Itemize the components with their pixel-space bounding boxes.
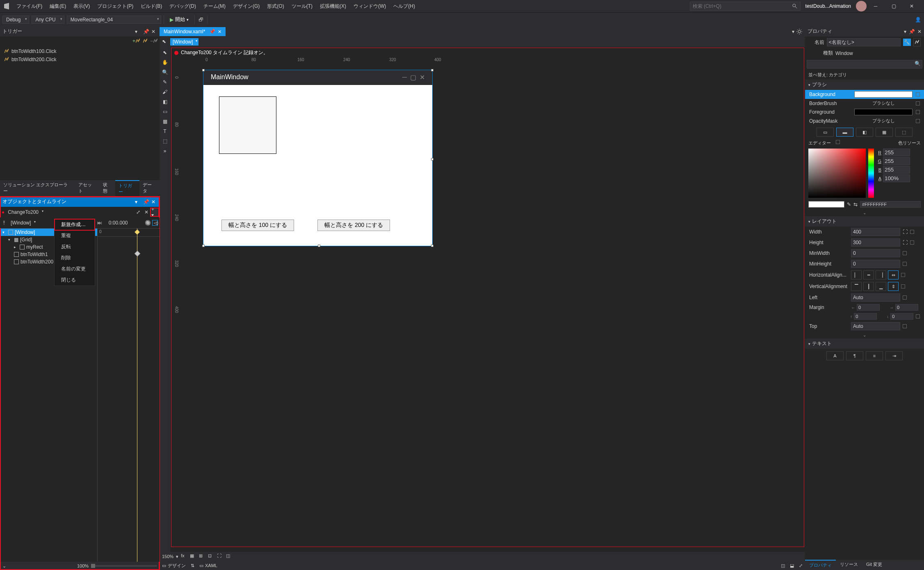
- menu-help[interactable]: ヘルプ(H): [390, 1, 418, 11]
- chevron-down-icon[interactable]: ▾: [904, 29, 906, 34]
- brush-solid-icon[interactable]: ▬: [836, 128, 853, 137]
- menu-window[interactable]: ウィンドウ(W): [350, 1, 389, 11]
- fx-icon[interactable]: fx: [181, 553, 187, 560]
- auto-icon[interactable]: ⛶: [903, 240, 908, 245]
- valign-bottom-icon[interactable]: ▁: [876, 282, 886, 291]
- brush-gradient-icon[interactable]: ◧: [856, 128, 873, 137]
- config-dropdown[interactable]: Debug: [2, 16, 29, 24]
- timeline-track-area[interactable]: 0 1: [98, 229, 160, 562]
- button-width-100[interactable]: 幅と高さを 100 にする: [221, 220, 294, 231]
- goto-last-icon[interactable]: ⏭: [97, 220, 103, 226]
- resize-handle[interactable]: [431, 158, 433, 160]
- keyframe-marker[interactable]: [135, 251, 140, 256]
- property-marker[interactable]: [910, 240, 914, 245]
- color-satval-picker[interactable]: [808, 149, 866, 198]
- window-minimize[interactable]: ─: [867, 0, 885, 12]
- pointer-tool-icon[interactable]: ⬉: [161, 48, 169, 57]
- r-input[interactable]: [883, 149, 910, 156]
- pin-icon[interactable]: 📌: [143, 199, 149, 205]
- tab-data[interactable]: データ: [139, 180, 160, 197]
- expand-more-icon[interactable]: ⌄: [805, 209, 924, 216]
- resize-handle[interactable]: [202, 245, 205, 247]
- split-h-icon[interactable]: ◫: [781, 563, 785, 568]
- menu-project[interactable]: プロジェクト(P): [94, 1, 137, 11]
- brush-foreground[interactable]: Foreground: [805, 108, 924, 117]
- chevron-down-icon[interactable]: ▾: [135, 29, 141, 34]
- close-storyboard-icon[interactable]: ✕: [143, 209, 150, 215]
- color-hue-slider[interactable]: [868, 149, 874, 198]
- zoom-value[interactable]: 150%: [162, 554, 173, 559]
- add-event-trigger-icon[interactable]: +🗲: [132, 38, 140, 44]
- brush-background[interactable]: Background: [805, 90, 924, 99]
- scope-up-icon[interactable]: ⭱: [2, 220, 7, 226]
- property-marker[interactable]: [916, 314, 920, 318]
- a-input[interactable]: [883, 174, 910, 182]
- menu-debug[interactable]: デバッグ(D): [166, 1, 199, 11]
- tab-triggers[interactable]: トリガー: [115, 180, 140, 197]
- button-width-200[interactable]: 幅と高さを 200 にする: [317, 220, 390, 231]
- lightning-icon[interactable]: 🗲: [913, 38, 921, 46]
- property-search-input[interactable]: [807, 60, 922, 69]
- text-tool-icon[interactable]: T: [161, 127, 169, 135]
- window-close[interactable]: ✕: [903, 0, 921, 12]
- context-rename[interactable]: 名前の変更: [55, 263, 95, 275]
- close-icon[interactable]: ✕: [218, 29, 221, 34]
- pin-icon[interactable]: 📌: [909, 29, 915, 34]
- doc-tab-mainwindow[interactable]: MainWindow.xaml* 📌 ✕: [160, 27, 226, 36]
- add-property-trigger-icon[interactable]: 🗲: [143, 38, 148, 44]
- collapse-icon[interactable]: ⌄: [2, 563, 6, 569]
- zoom-tool-icon[interactable]: 🔍: [161, 68, 169, 76]
- tab-design[interactable]: ▭デザイン: [162, 563, 186, 569]
- category-brush-header[interactable]: ▾ブラシ: [805, 80, 924, 90]
- margin-right-input[interactable]: [895, 304, 918, 311]
- resize-handle[interactable]: [431, 245, 433, 247]
- h-scrollbar[interactable]: [235, 554, 803, 559]
- pin-icon[interactable]: 📌: [209, 29, 215, 34]
- property-marker[interactable]: [916, 110, 920, 114]
- eyedropper-icon[interactable]: ✎: [161, 78, 169, 86]
- window-maximize[interactable]: ▢: [885, 0, 903, 12]
- property-marker[interactable]: [901, 273, 905, 277]
- platform-dropdown[interactable]: Any CPU: [32, 16, 64, 24]
- wrench-icon[interactable]: 🔧: [903, 39, 911, 46]
- tab-resources[interactable]: リソース: [836, 560, 862, 570]
- playhead[interactable]: [137, 229, 137, 562]
- left-input[interactable]: [851, 293, 900, 302]
- window-preview[interactable]: MainWindow ─▢✕ 幅と高さを 100 にする 幅と高さを 200 に…: [203, 70, 433, 246]
- live-share-icon[interactable]: 👤: [914, 16, 922, 23]
- new-storyboard-button[interactable]: + ▾: [151, 209, 158, 215]
- layout-tool-icon[interactable]: ▦: [161, 117, 169, 126]
- valign-center-icon[interactable]: ┃: [863, 282, 874, 291]
- property-marker[interactable]: [903, 251, 907, 255]
- grid-icon[interactable]: ▦: [190, 553, 196, 560]
- close-icon[interactable]: ✕: [917, 29, 922, 34]
- split-v-icon[interactable]: ⬓: [790, 563, 794, 568]
- brush-tile-icon[interactable]: ▦: [876, 128, 893, 137]
- tab-xaml[interactable]: ▭XAML: [199, 563, 217, 568]
- height-input[interactable]: [851, 238, 900, 247]
- brush-opacitymask[interactable]: OpacityMask ブラシなし: [805, 117, 924, 125]
- zoom-slider[interactable]: [91, 565, 157, 567]
- context-reverse[interactable]: 反転: [55, 241, 95, 252]
- property-marker[interactable]: [916, 92, 920, 96]
- resize-handle[interactable]: [202, 69, 205, 71]
- split-icon[interactable]: ◫: [226, 553, 233, 560]
- brush-resource-icon[interactable]: ⬚: [895, 128, 913, 137]
- expand-more-icon[interactable]: ⌄: [805, 332, 924, 339]
- margin-left-input[interactable]: [857, 304, 880, 311]
- property-marker[interactable]: [903, 324, 907, 328]
- menu-edit[interactable]: 編集(E): [46, 1, 69, 11]
- eyedropper-icon[interactable]: ✎: [847, 201, 851, 207]
- trigger-item[interactable]: 🗲btnToWidth100.Click: [4, 47, 155, 55]
- paragraph-icon[interactable]: ¶: [846, 351, 863, 360]
- storyboard-dropdown[interactable]: ChangeTo200: [6, 208, 44, 216]
- brush-none-icon[interactable]: ▭: [817, 128, 834, 137]
- resize-handle[interactable]: [318, 245, 320, 247]
- menu-file[interactable]: ファイル(F): [13, 1, 46, 11]
- property-marker[interactable]: [901, 284, 905, 288]
- button-tool-icon[interactable]: ⬚: [161, 137, 169, 145]
- resize-handle[interactable]: [431, 69, 433, 71]
- sort-label[interactable]: 並べ替え: カテゴリ: [805, 70, 924, 80]
- menu-team[interactable]: チーム(M): [200, 1, 229, 11]
- name-input[interactable]: [827, 38, 901, 46]
